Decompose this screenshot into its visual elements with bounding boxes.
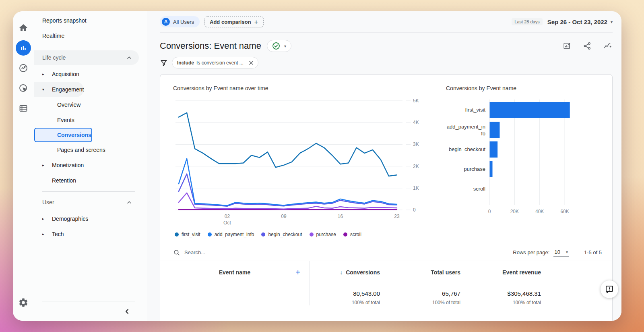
legend-dot	[208, 232, 212, 237]
svg-text:16: 16	[338, 214, 343, 219]
svg-text:3K: 3K	[413, 141, 419, 147]
sidebar-item-engagement[interactable]: ▾Engagement	[34, 82, 84, 97]
svg-text:02: 02	[225, 214, 230, 219]
share-icon[interactable]	[583, 42, 592, 50]
customize-report-icon[interactable]	[563, 42, 572, 50]
all-users-segment-chip[interactable]: A All Users	[160, 16, 200, 27]
app-window: Reports snapshotRealtimeLife cycle▸Acqui…	[13, 11, 621, 321]
svg-text:0: 0	[413, 207, 416, 213]
sidebar-item-conversions[interactable]: Conversions	[34, 128, 92, 142]
svg-text:20K: 20K	[510, 209, 519, 214]
table-toolbar: Rows per page: 10 ▾ 1-5 of 5	[160, 244, 612, 261]
bar-chart-title: Conversions by Event name	[446, 85, 587, 91]
svg-text:1K: 1K	[413, 185, 419, 191]
legend-item-add_payment_info: add_payment_info	[208, 232, 254, 237]
green-check-circle-icon	[272, 42, 280, 50]
triangle-right-icon: ▸	[42, 232, 52, 236]
chevron-up-icon	[127, 201, 132, 204]
svg-text:60K: 60K	[560, 209, 569, 214]
main-content: A All Users Add comparison + Last 28 day…	[147, 11, 621, 321]
chevron-left-icon	[124, 309, 130, 314]
insights-icon[interactable]	[603, 42, 613, 50]
line-chart[interactable]: 01K2K3K4K5K02Oct091623	[173, 95, 423, 227]
table-header-row: Event name + ↓Conversions Total users Ev…	[160, 261, 612, 284]
column-header-conversions[interactable]: ↓Conversions	[309, 269, 386, 276]
totals-total-users: 65,767 100% of total	[386, 290, 466, 305]
home-icon[interactable]	[13, 18, 33, 38]
triangle-down-icon: ▾	[42, 87, 52, 91]
settings-gear-icon[interactable]	[13, 293, 33, 313]
totals-event-revenue: $305,468.31 100% of total	[466, 290, 547, 305]
legend-item-first_visit: first_visit	[175, 232, 200, 237]
line-chart-legend: first_visitadd_payment_infobegin_checkou…	[173, 232, 423, 237]
divider	[42, 47, 135, 47]
chevron-down-icon: ▾	[611, 20, 613, 24]
totals-conversions: 80,543.00 100% of total	[309, 290, 386, 305]
divider	[160, 32, 613, 33]
sidebar-item-tech[interactable]: ▸Tech	[34, 226, 147, 242]
page-title: Conversions: Event name	[160, 41, 261, 51]
legend-item-begin_checkout: begin_checkout	[261, 232, 302, 237]
svg-text:40K: 40K	[535, 209, 544, 214]
sidebar-item-pages-and-screens[interactable]: Pages and screens	[34, 142, 147, 158]
comparison-bar: A All Users Add comparison + Last 28 day…	[160, 11, 613, 32]
feedback-button[interactable]	[601, 280, 618, 298]
search-icon	[173, 249, 180, 256]
filter-chip[interactable]: Include Is conversion event ...	[172, 57, 258, 68]
rows-per-page-select[interactable]: 10 ▾	[553, 248, 569, 257]
column-header-total-users[interactable]: Total users	[386, 269, 466, 276]
sidebar-item-demographics[interactable]: ▸Demographics	[34, 211, 147, 226]
date-range-picker[interactable]: Sep 26 - Oct 23, 2022 ▾	[547, 19, 613, 25]
column-header-event-name[interactable]: Event name +	[160, 261, 309, 284]
legend-item-purchase: purchase	[310, 232, 336, 237]
filter-bar: Include Is conversion event ...	[160, 57, 613, 68]
sidebar-item-reports-snapshot[interactable]: Reports snapshot	[34, 13, 147, 28]
collapse-nav-button[interactable]	[124, 309, 130, 314]
add-comparison-button[interactable]: Add comparison +	[204, 16, 264, 27]
sidebar-item-overview[interactable]: Overview	[34, 97, 147, 112]
svg-text:2K: 2K	[413, 164, 419, 169]
reports-active-circle	[16, 40, 31, 56]
svg-text:09: 09	[281, 214, 287, 219]
table-section: Rows per page: 10 ▾ 1-5 of 5 Event name …	[160, 244, 612, 305]
nav-section-life-cycle[interactable]: Life cycle	[34, 50, 139, 65]
add-dimension-icon[interactable]: +	[295, 268, 300, 277]
chevron-up-icon	[127, 56, 132, 59]
svg-text:begin_checkout: begin_checkout	[449, 146, 485, 152]
feedback-bubble-icon	[605, 284, 614, 294]
sidebar-item-monetization[interactable]: ▸Monetization	[34, 158, 147, 173]
svg-text:Oct: Oct	[223, 220, 231, 226]
reports-nav-panel: Reports snapshotRealtimeLife cycle▸Acqui…	[34, 11, 147, 321]
explore-icon[interactable]	[13, 58, 33, 78]
chevron-down-icon: ▾	[284, 44, 286, 48]
sidebar-item-acquisition[interactable]: ▸Acquisition	[34, 66, 147, 82]
line-chart-block: Conversions by Event name over time 01K2…	[173, 85, 423, 237]
segment-avatar: A	[162, 18, 170, 26]
sidebar-item-retention[interactable]: Retention	[34, 173, 147, 188]
svg-text:23: 23	[394, 214, 400, 219]
library-icon[interactable]	[13, 98, 33, 118]
rows-per-page-label: Rows per page:	[513, 249, 549, 255]
data-quality-badge[interactable]: ▾	[267, 40, 291, 52]
remove-filter-icon[interactable]	[248, 60, 254, 66]
legend-dot	[175, 232, 179, 237]
table-totals-row: 80,543.00 100% of total 65,767 100% of t…	[160, 284, 612, 305]
sort-descending-icon: ↓	[340, 269, 343, 276]
svg-text:0: 0	[488, 209, 491, 214]
search-input[interactable]	[184, 249, 313, 255]
reports-icon[interactable]	[13, 38, 33, 58]
date-range-badge: Last 28 days	[512, 18, 542, 25]
column-header-event-revenue[interactable]: Event revenue	[466, 269, 547, 276]
sidebar-item-realtime[interactable]: Realtime	[34, 28, 147, 44]
triangle-right-icon: ▸	[42, 163, 52, 167]
svg-text:5K: 5K	[413, 98, 419, 104]
svg-text:scroll: scroll	[473, 186, 485, 192]
triangle-right-icon: ▸	[42, 217, 52, 221]
bar-chart[interactable]: 020K40K60Kfirst_visitadd_payment_infobeg…	[446, 96, 585, 217]
nav-section-user[interactable]: User	[34, 195, 139, 210]
divider	[42, 191, 135, 192]
legend-dot	[310, 232, 314, 237]
sidebar-item-events[interactable]: Events	[34, 112, 147, 128]
charts-row: Conversions by Event name over time 01K2…	[160, 75, 612, 237]
advertising-icon[interactable]	[13, 78, 33, 98]
